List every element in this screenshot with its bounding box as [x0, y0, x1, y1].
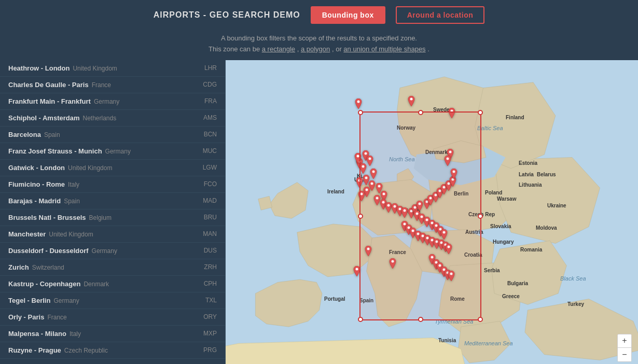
airport-country: France: [47, 314, 66, 321]
map-pin[interactable]: [388, 258, 397, 272]
svg-point-61: [453, 170, 455, 173]
map-pin[interactable]: [447, 108, 456, 121]
airport-code: AMS: [203, 114, 217, 121]
svg-point-2: [369, 157, 371, 160]
airport-country: Germany: [105, 148, 131, 155]
map-pin[interactable]: [443, 156, 452, 169]
airport-row[interactable]: Ruzyne - Prague Czech Republic PRG: [0, 342, 225, 359]
airport-row[interactable]: Barajas - Madrid Spain MAD: [0, 193, 225, 209]
airport-name: Schiphol - Amsterdam: [8, 114, 79, 122]
airport-name: Manchester: [8, 230, 46, 238]
subtitle-line2: This zone can be a rectangle , a polygon…: [10, 44, 628, 55]
map-pin[interactable]: [357, 191, 366, 204]
map-container[interactable]: SwedenFinlandNorwayEstoniaLatviaLithuani…: [226, 60, 638, 364]
map-pin[interactable]: [353, 153, 363, 166]
airport-name: Gatwick - London: [8, 164, 65, 172]
airport-code: ZRH: [204, 263, 217, 271]
svg-point-22: [419, 202, 421, 205]
airport-name: Dusseldorf - Duesseldorf: [8, 247, 89, 255]
tab-around-location[interactable]: Around a location: [396, 6, 485, 24]
svg-point-8: [358, 179, 361, 181]
subtitle-area: A bounding box filters the scope of the …: [0, 30, 638, 60]
map-pin[interactable]: [407, 96, 416, 109]
map-pin[interactable]: [352, 266, 362, 279]
airport-row[interactable]: Barcelona Spain BCN: [0, 127, 225, 143]
svg-point-62: [447, 157, 449, 160]
svg-point-6: [372, 170, 375, 173]
airport-row[interactable]: Franz Josef Strauss - Munich Germany MUC: [0, 143, 225, 160]
airport-country: Italy: [68, 181, 79, 188]
link-rectangle[interactable]: a rectangle: [262, 45, 295, 53]
header: AIRPORTS - GEO SEARCH DEMO Bounding box …: [0, 0, 638, 30]
airport-code: BRU: [204, 214, 217, 221]
airport-name: Barcelona: [8, 131, 41, 138]
map-pin[interactable]: [444, 244, 453, 257]
airport-code: MUC: [203, 147, 217, 155]
airport-country: Germany: [53, 297, 79, 304]
map-pin[interactable]: [364, 246, 373, 259]
svg-point-56: [356, 268, 358, 270]
airport-row[interactable]: Heathrow - London United Kingdom LHR: [0, 60, 225, 77]
airport-info: Fiumicino - Rome Italy: [8, 180, 79, 188]
airport-row[interactable]: Stansted - London United Kingdom STN: [0, 359, 225, 364]
airport-row[interactable]: Zurich Switzerland ZRH: [0, 259, 225, 276]
link-union[interactable]: an union of multiple shapes: [343, 45, 425, 53]
airport-list[interactable]: Heathrow - London United Kingdom LHR Cha…: [0, 60, 226, 364]
airport-row[interactable]: Tegel - Berlin Germany TXL: [0, 292, 225, 309]
svg-point-16: [387, 204, 390, 206]
airport-code: LGW: [203, 164, 217, 171]
airport-country: Switzerland: [32, 264, 64, 271]
airport-row[interactable]: Charles De Gaulle - Paris France CDG: [0, 77, 225, 93]
map-pin[interactable]: [354, 99, 363, 112]
airport-info: Manchester United Kingdom: [8, 230, 93, 238]
map-pin[interactable]: [449, 169, 459, 182]
svg-point-13: [383, 192, 385, 195]
sep2: , or: [332, 45, 343, 53]
svg-point-60: [449, 150, 452, 153]
airport-code: MAN: [203, 230, 217, 237]
airport-country: Spain: [64, 198, 80, 205]
link-polygon[interactable]: a polygon: [301, 45, 330, 53]
airport-info: Tegel - Berlin Germany: [8, 297, 79, 304]
airport-code: DUS: [204, 247, 217, 254]
airport-row[interactable]: Malpensa - Milano Italy MXP: [0, 326, 225, 342]
airport-row[interactable]: Brussels Natl - Brussels Belgium BRU: [0, 209, 225, 226]
airport-country: Czech Republic: [64, 347, 108, 354]
svg-point-49: [392, 260, 394, 262]
airport-row[interactable]: Manchester United Kingdom MAN: [0, 226, 225, 243]
airport-row[interactable]: Frankfurt Main - Frankfurt Germany FRA: [0, 93, 225, 110]
airport-country: Denmark: [84, 281, 109, 288]
airport-info: Barcelona Spain: [8, 131, 60, 138]
zoom-out-button[interactable]: −: [618, 348, 631, 361]
airport-name: Orly - Paris: [8, 313, 44, 321]
tab-bounding-box[interactable]: Bounding box: [311, 6, 385, 24]
svg-point-47: [448, 245, 450, 248]
airport-row[interactable]: Kastrup - Copenhagen Denmark CPH: [0, 276, 225, 292]
airport-row[interactable]: Gatwick - London United Kingdom LGW: [0, 160, 225, 176]
airport-name: Heathrow - London: [8, 64, 70, 72]
airport-info: Malpensa - Milano Italy: [8, 330, 81, 338]
airport-row[interactable]: Orly - Paris France ORY: [0, 309, 225, 326]
airport-code: MXP: [203, 330, 217, 337]
airport-info: Kastrup - Copenhagen Denmark: [8, 280, 109, 288]
airport-code: MAD: [203, 197, 217, 204]
airport-code: BCN: [204, 131, 217, 138]
map-pin[interactable]: [447, 271, 456, 284]
airport-name: Charles De Gaulle - Paris: [8, 81, 89, 89]
svg-point-12: [360, 192, 363, 195]
zoom-in-button[interactable]: +: [618, 334, 631, 348]
airport-country: Netherlands: [82, 115, 116, 122]
airport-info: Orly - Paris France: [8, 313, 67, 321]
airport-row[interactable]: Schiphol - Amsterdam Netherlands AMS: [0, 110, 225, 127]
airport-row[interactable]: Dusseldorf - Duesseldorf Germany DUS: [0, 243, 225, 259]
svg-point-7: [365, 176, 368, 179]
airport-name: Malpensa - Milano: [8, 330, 66, 338]
airport-country: Germany: [94, 98, 119, 105]
svg-point-58: [410, 97, 413, 100]
airport-country: United Kingdom: [49, 231, 93, 238]
airport-row[interactable]: Fiumicino - Rome Italy FCO: [0, 176, 225, 193]
airport-info: Schiphol - Amsterdam Netherlands: [8, 114, 116, 122]
subtitle-line1: A bounding box filters the scope of the …: [10, 33, 628, 44]
svg-point-14: [376, 197, 379, 199]
svg-point-19: [404, 209, 406, 212]
